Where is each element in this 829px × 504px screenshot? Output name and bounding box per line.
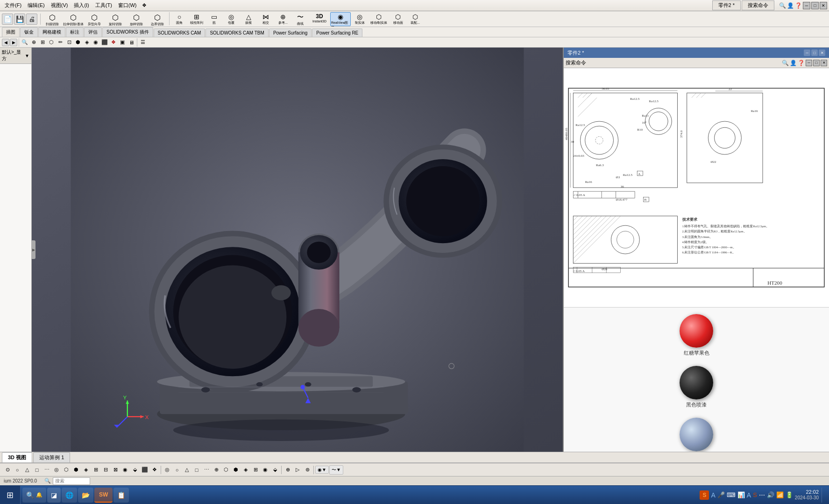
- material-item-aluminum[interactable]: 铝粉层漆: [571, 415, 822, 452]
- bt-tool-25[interactable]: ◈: [241, 465, 250, 475]
- taskbar-windows[interactable]: ◪: [47, 488, 61, 503]
- tray-network-icon[interactable]: 📊: [737, 491, 745, 498]
- bt-tool-2[interactable]: ○: [13, 465, 22, 475]
- boundary-cut-btn[interactable]: ⬡ 边界切除: [147, 12, 168, 26]
- view-face-icon[interactable]: ⬡: [47, 38, 56, 47]
- bt-tool-18[interactable]: ○: [172, 465, 182, 475]
- intersect-btn[interactable]: ⋈相交: [257, 12, 274, 26]
- bt-tool-4[interactable]: □: [32, 465, 42, 475]
- tab-illustration[interactable]: 插图: [2, 27, 20, 37]
- search-icon-btn[interactable]: 🔍: [782, 60, 789, 66]
- pattern-btn[interactable]: ⊞线性阵列: [188, 12, 205, 26]
- taskbar-solidworks[interactable]: SW: [94, 488, 113, 503]
- tab-annotation[interactable]: 标注: [66, 27, 84, 37]
- view-circle-icon[interactable]: ◉: [92, 38, 100, 47]
- menu-edit[interactable]: 编辑(E): [25, 1, 48, 10]
- material-item-red[interactable]: 红糖苹果色: [571, 311, 822, 359]
- tab-sw-plugins[interactable]: SOLIDWORKS 插件: [102, 27, 153, 37]
- bt-tool-28[interactable]: ⬙: [270, 465, 280, 475]
- bt-tool-22[interactable]: ⊕: [212, 465, 221, 475]
- taskbar-search[interactable]: 🔍 🔔: [22, 488, 46, 503]
- search-close-btn[interactable]: ✕: [821, 60, 827, 66]
- close-button[interactable]: ✕: [820, 2, 827, 9]
- ref-btn[interactable]: ⊕参考...: [275, 12, 291, 26]
- view-box-icon[interactable]: ⊡: [65, 38, 73, 47]
- tray-keyboard-icon[interactable]: ⌨: [727, 491, 736, 498]
- bt-tool-1[interactable]: ⊙: [3, 465, 12, 475]
- menu-tools[interactable]: 工具(T): [92, 1, 115, 10]
- view-select-icon[interactable]: ⊕: [29, 38, 38, 47]
- window-part2-tab[interactable]: 零件2 *: [712, 0, 741, 10]
- rib-btn[interactable]: ▭筋: [205, 12, 222, 26]
- instant3d-btn[interactable]: 3DInstant3D: [309, 12, 330, 26]
- view-grid-icon[interactable]: ⊞: [38, 38, 47, 47]
- view-monitor-icon[interactable]: 🖥: [127, 38, 135, 47]
- wizard-btn[interactable]: ⬡ 异型向导: [84, 12, 105, 26]
- bt-tool-9[interactable]: ◈: [81, 465, 91, 475]
- bt-tool-20[interactable]: □: [192, 465, 201, 475]
- start-button[interactable]: ⊞: [0, 486, 21, 504]
- tab-3d-view[interactable]: 3D 视图: [2, 452, 32, 462]
- bt-tool-31[interactable]: ⊚: [303, 465, 312, 475]
- tab-motion[interactable]: 运动算例 1: [33, 452, 70, 462]
- assembly-btn[interactable]: ⬡装配...: [407, 12, 424, 26]
- view-display-icon[interactable]: ▣: [118, 38, 127, 47]
- wrap-btn[interactable]: ◎包覆: [223, 12, 240, 26]
- nav-right[interactable]: ▶: [10, 39, 17, 46]
- bt-tool-8[interactable]: ⬢: [71, 465, 81, 475]
- extrude-cut-btn[interactable]: ⬡ 拉伸切除/基体: [63, 12, 84, 26]
- menu-window[interactable]: 窗口(W): [115, 1, 140, 10]
- bt-tool-7[interactable]: ⬡: [62, 465, 71, 475]
- move-solid-btn[interactable]: ⬡移动/制实体: [368, 12, 389, 26]
- bt-tool-13[interactable]: ◉: [120, 465, 130, 475]
- view-diamond-icon[interactable]: ◈: [83, 38, 91, 47]
- rp-max-btn[interactable]: □: [811, 49, 818, 56]
- help-icon[interactable]: ❓: [795, 2, 802, 9]
- view-material-icon[interactable]: ❖: [109, 38, 118, 47]
- tab-evaluate[interactable]: 评估: [84, 27, 102, 37]
- bt-tool-3[interactable]: △: [22, 465, 32, 475]
- bt-tool-6[interactable]: ◎: [52, 465, 61, 475]
- view-zoom-icon[interactable]: 🔍: [21, 38, 29, 47]
- solid-btn[interactable]: ◎制实体: [351, 12, 368, 26]
- viewport-3d[interactable]: X Y: [32, 48, 563, 452]
- draft-btn[interactable]: △拔模: [240, 12, 257, 26]
- menu-insert[interactable]: 插入(I): [71, 1, 92, 10]
- bt-tool-17[interactable]: ◎: [163, 465, 172, 475]
- bt-tool-14[interactable]: ⬙: [130, 465, 140, 475]
- status-search-input[interactable]: [53, 477, 90, 485]
- view-more-btn[interactable]: ☰: [139, 38, 147, 47]
- bt-tool-10[interactable]: ⊞: [91, 465, 100, 475]
- taskbar-files[interactable]: 📂: [78, 488, 93, 503]
- bt-tool-15[interactable]: ⬛: [140, 465, 149, 475]
- search-max-btn[interactable]: □: [813, 60, 820, 66]
- menu-file[interactable]: 文件(F): [2, 1, 24, 10]
- bt-tool-24[interactable]: ⬢: [231, 465, 241, 475]
- bt-tool-27[interactable]: ◉: [261, 465, 270, 475]
- taskbar-tasks[interactable]: 📋: [113, 488, 129, 503]
- print-btn[interactable]: 🖨: [26, 14, 37, 25]
- view-hex-icon[interactable]: ⬢: [74, 38, 82, 47]
- curve-btn[interactable]: 〜曲线: [292, 12, 309, 26]
- move-face-btn[interactable]: ⬡移动面: [390, 12, 406, 26]
- minimize-button[interactable]: ─: [803, 2, 810, 9]
- rp-min-btn[interactable]: ─: [804, 49, 810, 56]
- tab-sw-cam[interactable]: SOLIDWORKS CAM: [154, 28, 205, 37]
- rp-close-btn[interactable]: ✕: [819, 49, 825, 56]
- maximize-button[interactable]: □: [811, 2, 819, 9]
- search-min-btn[interactable]: ─: [806, 60, 812, 66]
- menu-view[interactable]: 视图(V): [48, 1, 71, 10]
- view-edit-icon[interactable]: ✏: [56, 38, 64, 47]
- realview-btn[interactable]: ◉RealView图形: [330, 12, 351, 26]
- tray-wifi-icon[interactable]: 📶: [776, 491, 784, 498]
- window-search-tab[interactable]: 搜索命令: [742, 0, 774, 10]
- taskbar-edge[interactable]: 🌐: [62, 488, 77, 503]
- bt-tool-26[interactable]: ⊞: [251, 465, 260, 475]
- loft-cut-btn[interactable]: ⬡ 放样切除: [126, 12, 147, 26]
- save-btn[interactable]: 💾: [14, 14, 25, 25]
- tab-power-surfacing[interactable]: Power Surfacing: [269, 28, 312, 37]
- tray-mic-icon[interactable]: 🎤: [717, 491, 725, 498]
- tray-show-desktop[interactable]: [822, 488, 825, 503]
- tray-sw-icon[interactable]: S: [700, 490, 709, 500]
- scan-cut-btn[interactable]: ⬡ 扫描切除: [42, 12, 63, 26]
